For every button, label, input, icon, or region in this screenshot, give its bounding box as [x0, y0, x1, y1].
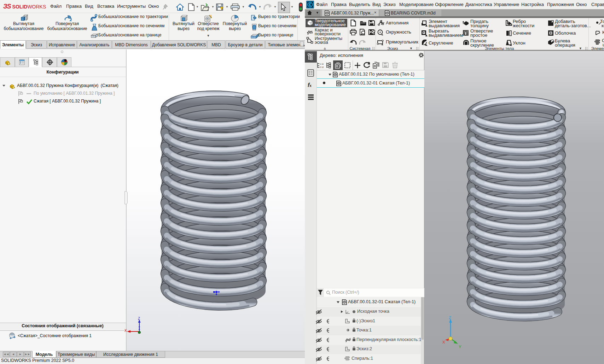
svg-text:1 11: 1 11 [320, 63, 324, 65]
svg-text:2 12: 2 12 [320, 66, 324, 68]
